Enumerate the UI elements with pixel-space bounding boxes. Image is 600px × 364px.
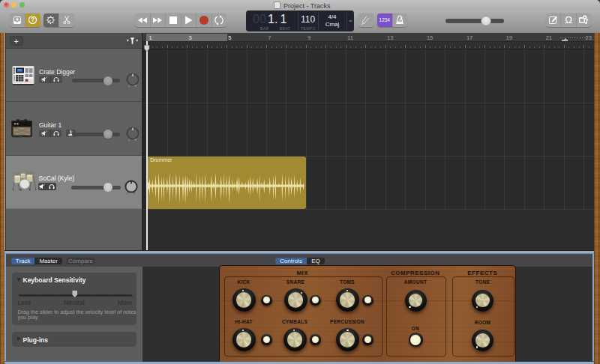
svg-text:R: R bbox=[134, 191, 136, 195]
svg-text:?: ? bbox=[31, 16, 34, 24]
svg-text:R: R bbox=[135, 84, 137, 88]
svg-text:R: R bbox=[135, 138, 137, 142]
